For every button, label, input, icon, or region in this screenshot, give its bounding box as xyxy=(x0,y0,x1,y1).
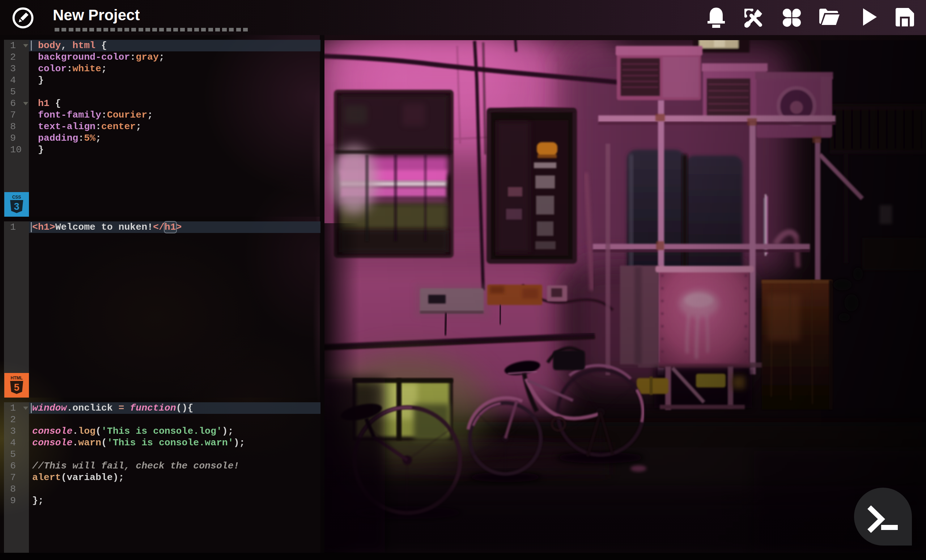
svg-text:HTML: HTML xyxy=(11,375,23,381)
svg-text:3: 3 xyxy=(14,201,19,212)
svg-text:CSS: CSS xyxy=(12,195,21,200)
svg-text:5: 5 xyxy=(14,382,19,393)
